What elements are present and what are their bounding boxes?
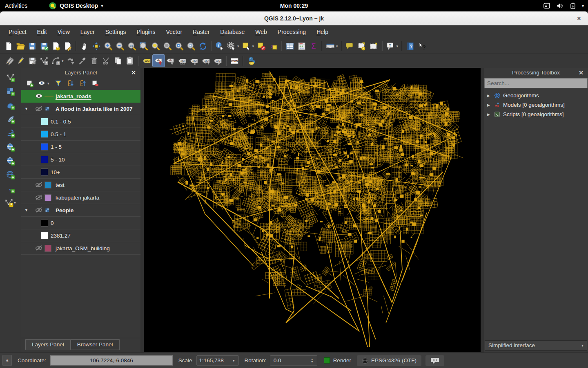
move-label-button[interactable]: abc — [188, 55, 200, 67]
add-raster-layer-button[interactable] — [4, 86, 18, 97]
highlight-labels-button[interactable]: abc — [176, 55, 188, 67]
text-annotation-button[interactable]: T — [385, 40, 396, 52]
select-features-button[interactable] — [241, 40, 252, 52]
legend-class-row[interactable]: 5 - 10 — [21, 153, 140, 166]
add-postgis-layer-button[interactable] — [4, 100, 18, 111]
window-titlebar[interactable]: QGIS 2.12.0−Lyon – jk × — [0, 11, 588, 25]
processing-search-input[interactable] — [484, 78, 588, 88]
statistics-button[interactable]: Σ — [307, 40, 319, 52]
add-vector-layer-button[interactable] — [4, 72, 18, 83]
layers-panel-close-icon[interactable]: ✕ — [130, 69, 137, 76]
tab-layers-panel[interactable]: Layers Panel — [25, 339, 71, 350]
open-project-button[interactable] — [14, 40, 26, 52]
save-project-button[interactable] — [26, 40, 38, 52]
layer-row[interactable]: test — [21, 179, 140, 191]
legend-class-row[interactable]: 0.5 - 1 — [21, 128, 140, 141]
expand-arrow-icon[interactable]: ▶ — [487, 103, 491, 107]
show-bookmarks-button[interactable] — [368, 40, 380, 52]
rotate-label-button[interactable]: abc — [200, 55, 212, 67]
refresh-button[interactable] — [197, 40, 209, 52]
clock[interactable]: Mon 00:29 — [0, 2, 588, 9]
coordinate-input[interactable] — [50, 355, 173, 366]
menu-project[interactable]: Project — [3, 25, 32, 39]
identify-features-button[interactable]: i — [214, 40, 225, 52]
zoom-to-selection-button[interactable] — [149, 40, 161, 52]
delete-selected-button[interactable] — [89, 55, 100, 67]
remove-layer-button[interactable] — [91, 79, 100, 88]
expand-arrow-icon[interactable]: ▼ — [24, 208, 33, 212]
menu-raster[interactable]: Raster — [187, 25, 215, 39]
dropdown-arrow-icon[interactable]: ▾ — [47, 81, 49, 85]
layer-visible-toggle[interactable] — [33, 92, 45, 101]
zoom-in-button[interactable] — [102, 40, 114, 52]
zoom-full-button[interactable] — [138, 40, 149, 52]
menu-web[interactable]: Web — [250, 25, 272, 39]
tab-browser-panel[interactable]: Browser Panel — [71, 339, 120, 350]
menu-plugins[interactable]: Plugins — [131, 25, 160, 39]
add-group-button[interactable] — [25, 79, 34, 88]
add-mssql-layer-button[interactable] — [4, 128, 18, 139]
pin-labels-button[interactable]: ab — [153, 55, 165, 67]
pan-map-button[interactable] — [78, 40, 90, 52]
menu-help[interactable]: Help — [311, 25, 334, 39]
expand-all-button[interactable] — [66, 79, 75, 88]
new-shapefile-layer-button[interactable]: *▾ — [4, 197, 18, 208]
zoom-next-button[interactable] — [185, 40, 197, 52]
legend-class-row[interactable]: 10+ — [21, 166, 140, 179]
menu-database[interactable]: Database — [215, 25, 250, 39]
dropdown-arrow-icon[interactable]: ▾ — [14, 201, 16, 205]
menu-view[interactable]: View — [52, 25, 75, 39]
spinner-arrows-icon[interactable]: ▲▼ — [311, 358, 314, 363]
rotation-spinbox[interactable]: 0.0 ▲▼ — [270, 355, 317, 366]
layer-hidden-toggle[interactable] — [33, 105, 45, 113]
map-tips-button[interactable] — [344, 40, 356, 52]
dropdown-arrow-icon[interactable]: ▾ — [252, 44, 254, 48]
composer-manager-button[interactable] — [62, 40, 74, 52]
zoom-out-button[interactable] — [114, 40, 126, 52]
node-tool-button[interactable] — [77, 55, 89, 67]
expand-arrow-icon[interactable]: ▶ — [487, 112, 491, 117]
layer-row[interactable]: ▼A flood in Jakarta like in 2007 — [21, 103, 140, 115]
add-spatialite-layer-button[interactable] — [4, 114, 18, 125]
zoom-last-button[interactable] — [173, 40, 185, 52]
manage-layer-visibility-button[interactable] — [38, 79, 47, 88]
legend-class-row[interactable]: 0.1 - 0.5 — [21, 115, 140, 128]
python-console-button[interactable] — [245, 55, 257, 67]
layer-labeling-button[interactable]: abc — [141, 55, 153, 67]
interface-mode-select[interactable]: Simplified interface ▾ — [485, 340, 587, 351]
system-tray[interactable]: ▾ — [543, 2, 584, 10]
new-print-composer-button[interactable]: * — [50, 40, 62, 52]
layer-row[interactable]: jakarta_roads — [21, 90, 140, 103]
zoom-native-button[interactable]: 1:1 — [126, 40, 138, 52]
menu-edit[interactable]: Edit — [32, 25, 52, 39]
layer-hidden-toggle[interactable] — [33, 181, 45, 189]
legend-class-row[interactable]: 2381.27 — [21, 229, 140, 242]
zoom-to-layer-button[interactable] — [161, 40, 173, 52]
pan-to-selection-button[interactable] — [90, 40, 102, 52]
add-wfs-layer-button[interactable] — [4, 169, 18, 180]
measure-button[interactable] — [324, 40, 336, 52]
menu-settings[interactable]: Settings — [100, 25, 131, 39]
deselect-features-button[interactable] — [255, 40, 267, 52]
processing-group-row[interactable]: ▶Models [0 geoalgorithms] — [484, 100, 588, 110]
move-feature-button[interactable] — [65, 55, 77, 67]
whats-this-button[interactable]: ? — [416, 40, 428, 52]
menu-vector[interactable]: Vector — [160, 25, 187, 39]
add-wcs-layer-button[interactable] — [4, 155, 18, 166]
copy-features-button[interactable] — [112, 55, 124, 67]
toggle-extents-button[interactable]: ✱ — [2, 355, 12, 366]
scale-combobox[interactable]: 1:165,738 ▾ — [196, 355, 239, 366]
csw-search-button[interactable]: CSW — [229, 55, 241, 67]
menu-processing[interactable]: Processing — [272, 25, 311, 39]
window-close-button[interactable]: × — [575, 14, 583, 22]
run-feature-action-button[interactable] — [225, 40, 237, 52]
save-layer-edits-button[interactable] — [26, 55, 38, 67]
render-checkbox[interactable] — [324, 357, 330, 364]
map-canvas[interactable] — [144, 68, 481, 352]
message-log-button[interactable] — [425, 355, 444, 366]
add-delimited-text-layer-button[interactable]: , — [4, 183, 18, 194]
dropdown-arrow-icon[interactable]: ▾ — [62, 59, 64, 63]
legend-class-row[interactable]: 0 — [21, 217, 140, 229]
layer-hidden-toggle[interactable] — [33, 206, 45, 215]
add-wms-layer-button[interactable] — [4, 141, 18, 153]
